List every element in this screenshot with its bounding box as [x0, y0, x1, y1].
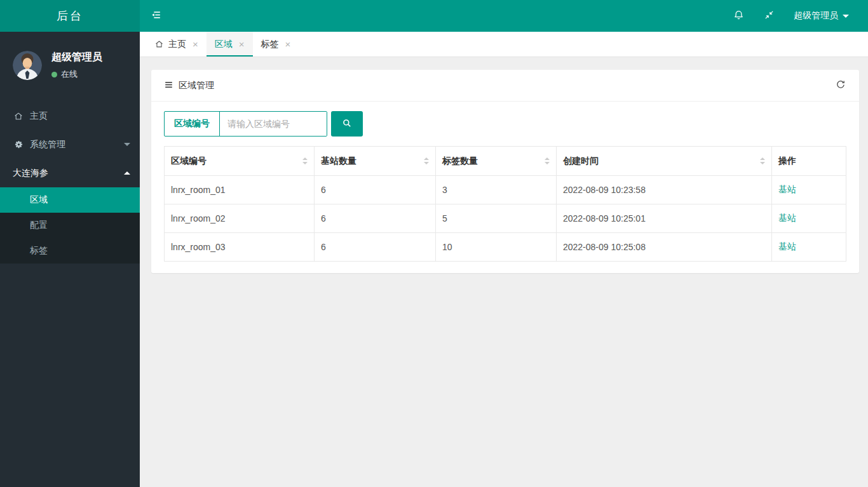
cell-created-time: 2022-08-09 10:23:58 — [556, 176, 771, 204]
search-input-group: 区域编号 — [164, 111, 327, 137]
column-header-created-time[interactable]: 创建时间 — [556, 147, 771, 176]
gear-icon — [13, 140, 24, 149]
cell-actions: 基站 — [772, 204, 846, 233]
refresh-button[interactable] — [835, 79, 846, 92]
cell-area-id: lnrx_room_03 — [165, 233, 315, 262]
close-icon[interactable]: × — [193, 39, 198, 49]
cell-base-count: 6 — [315, 204, 436, 233]
tab-label: 标签 — [261, 39, 279, 50]
column-header-area-id[interactable]: 区域编号 — [165, 147, 315, 176]
user-menu-label: 超级管理员 — [794, 10, 838, 22]
tab-tag[interactable]: 标签 × — [253, 32, 299, 57]
tab-label: 主页 — [168, 39, 186, 50]
bell-icon — [733, 9, 745, 23]
top-header: 后台 — [0, 0, 868, 32]
base-station-link[interactable]: 基站 — [778, 184, 796, 194]
panel-title-text: 区域管理 — [179, 80, 214, 91]
compress-icon — [764, 10, 775, 22]
sidebar-item-label: 系统管理 — [30, 139, 65, 150]
submenu-item-label: 区域 — [30, 194, 48, 206]
close-icon[interactable]: × — [285, 39, 291, 49]
table-row: lnrx_room_01 6 3 2022-08-09 10:23:58 基站 — [165, 176, 846, 204]
fullscreen-button[interactable] — [764, 10, 775, 22]
table-row: lnrx_room_03 6 10 2022-08-09 10:25:08 基站 — [165, 233, 846, 262]
panel-body: 区域编号 — [151, 102, 859, 273]
tab-home[interactable]: 主页 × — [146, 32, 207, 57]
home-icon — [154, 39, 164, 49]
cell-area-id: lnrx_room_02 — [165, 204, 315, 233]
list-icon — [164, 80, 173, 91]
home-icon — [13, 111, 24, 121]
tab-area[interactable]: 区域 × — [207, 32, 253, 57]
tab-label: 区域 — [215, 39, 233, 50]
sidebar-item-home[interactable]: 主页 — [0, 102, 140, 130]
online-status-label: 在线 — [61, 69, 78, 80]
column-header-base-count[interactable]: 基站数量 — [315, 147, 436, 176]
search-form: 区域编号 — [164, 111, 846, 137]
online-dot-icon — [51, 72, 57, 77]
area-id-input[interactable] — [220, 112, 327, 136]
column-header-actions: 操作 — [772, 147, 846, 176]
cell-tag-count: 3 — [436, 176, 557, 204]
user-menu[interactable]: 超级管理员 — [794, 10, 849, 22]
sidebar-collapse-icon — [150, 9, 162, 23]
cell-base-count: 6 — [315, 176, 436, 204]
sidebar-subitem-config[interactable]: 配置 — [0, 213, 140, 238]
sidebar-item-system-management[interactable]: 系统管理 — [0, 130, 140, 159]
search-icon — [341, 117, 353, 131]
notifications-button[interactable] — [733, 9, 745, 23]
table-header-row: 区域编号 基站数量 标签数量 — [165, 147, 846, 176]
cell-actions: 基站 — [772, 233, 846, 262]
sidebar-item-label: 大连海参 — [13, 168, 48, 179]
submenu-item-label: 标签 — [30, 245, 48, 257]
sidebar-item-dalian-haishen[interactable]: 大连海参 — [0, 159, 140, 187]
app-logo: 后台 — [0, 0, 140, 32]
sidebar-item-label: 主页 — [30, 110, 48, 122]
cell-area-id: lnrx_room_01 — [165, 176, 315, 204]
sort-icon[interactable] — [302, 157, 308, 164]
area-management-panel: 区域管理 区域编号 — [151, 70, 859, 273]
submenu-item-label: 配置 — [30, 220, 48, 231]
search-field-label: 区域编号 — [165, 112, 220, 136]
chevron-up-icon — [124, 171, 130, 175]
sidebar: 超级管理员 在线 主页 — [0, 32, 140, 487]
cell-actions: 基站 — [772, 176, 846, 204]
main-content: 主页 × 区域 × 标签 × 区域管理 — [140, 32, 868, 487]
close-icon[interactable]: × — [239, 39, 245, 49]
chevron-down-icon — [843, 15, 849, 18]
area-table: 区域编号 基站数量 标签数量 — [164, 146, 846, 262]
table-row: lnrx_room_02 6 5 2022-08-09 10:25:01 基站 — [165, 204, 846, 233]
cell-created-time: 2022-08-09 10:25:01 — [556, 204, 771, 233]
column-header-tag-count[interactable]: 标签数量 — [436, 147, 557, 176]
cell-tag-count: 5 — [436, 204, 557, 233]
search-button[interactable] — [331, 111, 363, 137]
avatar — [13, 51, 42, 80]
panel-header: 区域管理 — [151, 70, 859, 102]
cell-created-time: 2022-08-09 10:25:08 — [556, 233, 771, 262]
sort-icon[interactable] — [424, 157, 429, 164]
refresh-icon — [835, 79, 846, 92]
user-name: 超级管理员 — [51, 51, 102, 64]
base-station-link[interactable]: 基站 — [778, 213, 796, 223]
cell-tag-count: 10 — [436, 233, 557, 262]
tab-bar: 主页 × 区域 × 标签 × — [140, 32, 868, 57]
sidebar-submenu: 区域 配置 标签 — [0, 187, 140, 264]
sidebar-toggle-button[interactable] — [140, 0, 172, 32]
sidebar-subitem-area[interactable]: 区域 — [0, 187, 140, 213]
cell-base-count: 6 — [315, 233, 436, 262]
user-status: 在线 — [51, 69, 102, 80]
sort-icon[interactable] — [545, 157, 550, 164]
base-station-link[interactable]: 基站 — [778, 241, 796, 251]
chevron-down-icon — [124, 143, 130, 146]
user-panel: 超级管理员 在线 — [0, 32, 140, 102]
panel-title: 区域管理 — [164, 80, 214, 91]
sidebar-subitem-tag[interactable]: 标签 — [0, 238, 140, 264]
sort-icon[interactable] — [760, 157, 765, 164]
